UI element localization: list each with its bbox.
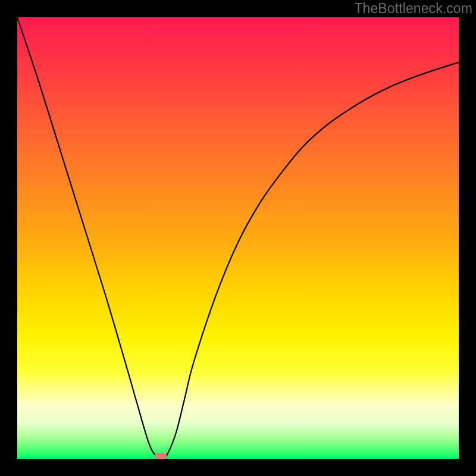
chart-frame: TheBottleneck.com: [0, 0, 476, 476]
watermark-text: TheBottleneck.com: [354, 1, 472, 17]
optimum-marker: [155, 453, 167, 459]
bottleneck-curve: [17, 17, 459, 459]
curve-layer: [17, 17, 459, 459]
